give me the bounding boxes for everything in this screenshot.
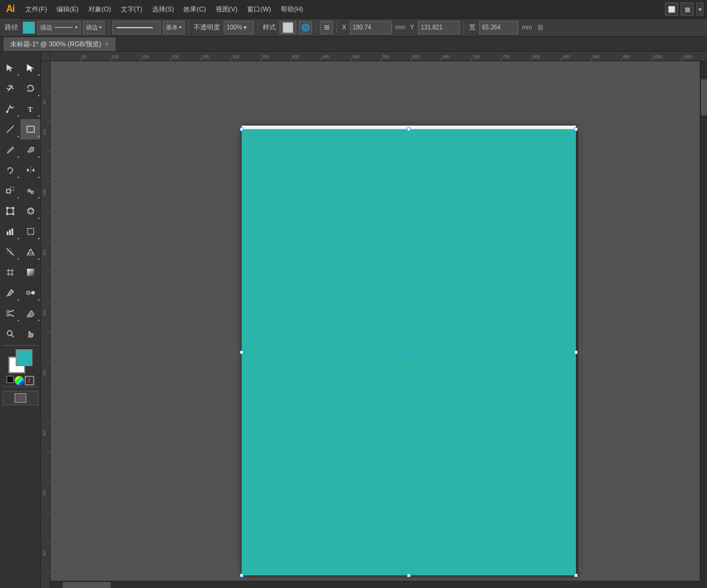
zoom-tool[interactable] — [0, 323, 20, 344]
align-btn[interactable]: ⊞ — [320, 21, 333, 34]
svg-text:500: 500 — [43, 369, 46, 376]
handle-top-right[interactable] — [574, 127, 578, 131]
default-colors-btn[interactable] — [7, 376, 14, 383]
line-preview[interactable] — [112, 21, 161, 34]
workspace-arrow[interactable]: ▾ — [696, 2, 703, 16]
x-value[interactable]: 180.74 — [350, 21, 392, 34]
tab-close-btn[interactable]: × — [105, 41, 109, 47]
scissors-tool[interactable]: ▾ — [0, 303, 20, 323]
line-tool[interactable]: ▾ — [0, 119, 20, 139]
reflect-tool[interactable]: ▾ — [20, 160, 41, 180]
eyedropper-tool[interactable]: ▾ — [0, 283, 20, 303]
scrollbar-v-thumb[interactable] — [701, 79, 707, 115]
fill-swatch[interactable] — [23, 22, 35, 34]
ruler-corner — [41, 52, 50, 61]
menu-text[interactable]: 文字(T) — [116, 0, 147, 18]
width-value[interactable]: 65.264 — [479, 21, 518, 34]
document-tab[interactable]: 未标题-1* @ 300% (RGB/预览) × — [4, 37, 115, 51]
svg-point-19 — [6, 207, 8, 209]
handle-top-middle[interactable] — [407, 127, 411, 131]
hand-tool[interactable] — [20, 323, 41, 344]
scrollbar-vertical[interactable] — [700, 61, 707, 581]
eraser-tool[interactable]: ▾ — [20, 139, 41, 160]
stroke-width-dropdown[interactable]: 插边 ▾ — [83, 21, 105, 34]
direct-selection-tool[interactable]: ▾ — [20, 58, 41, 78]
svg-text:200: 200 — [43, 189, 46, 195]
stroke-dropdown[interactable]: 描边 ▾ — [37, 21, 81, 34]
ruler-h-svg: 50 100 150 200 250 300 350 400 450 500 5… — [50, 52, 707, 61]
svg-rect-30 — [9, 230, 11, 235]
svg-rect-31 — [11, 228, 13, 235]
symbol-sprayer-tool[interactable]: ▾ — [20, 201, 41, 221]
artboard-rectangle[interactable] — [242, 129, 576, 575]
svg-rect-58 — [50, 52, 707, 61]
fill-color-swatch[interactable] — [16, 349, 32, 366]
canvas-area[interactable]: 50 100 150 200 250 300 350 400 450 500 5… — [41, 52, 707, 588]
svg-text:T: T — [28, 105, 33, 114]
menu-edit[interactable]: 编辑(E) — [52, 0, 84, 18]
change-screen-mode-btn[interactable] — [2, 391, 38, 405]
scrollbar-h-thumb[interactable] — [63, 582, 111, 588]
tool-row-11 — [0, 262, 41, 283]
selection-tool[interactable]: ▾ — [0, 58, 20, 78]
gradient-tool[interactable] — [20, 262, 41, 283]
lasso-tool[interactable]: ▾ — [20, 78, 41, 99]
menu-file[interactable]: 文件(F) — [20, 0, 52, 18]
canvas-content[interactable] — [50, 61, 707, 588]
handle-top-left[interactable] — [240, 127, 243, 131]
color-swatches[interactable] — [8, 349, 32, 373]
menu-select[interactable]: 选择(S) — [147, 0, 179, 18]
none-btn[interactable]: / — [25, 376, 34, 385]
svg-text:100: 100 — [43, 129, 46, 135]
svg-point-24 — [28, 209, 29, 210]
svg-text:800: 800 — [43, 550, 46, 556]
warp-tool[interactable]: ▾ — [20, 180, 41, 201]
handle-right-middle[interactable] — [574, 351, 578, 354]
free-transform-tool[interactable] — [0, 201, 20, 221]
hand-eraser-tool[interactable]: ▾ — [20, 303, 41, 323]
perspective-grid-tool[interactable]: ▾ — [20, 242, 41, 262]
opacity-input[interactable]: 100% ▾ — [224, 21, 254, 34]
line-type-dropdown[interactable]: 基本 ▾ — [163, 21, 185, 34]
svg-text:950: 950 — [623, 55, 630, 59]
menu-object[interactable]: 对象(O) — [84, 0, 116, 18]
svg-text:600: 600 — [43, 429, 46, 436]
pen-tool[interactable]: ▾ — [0, 99, 20, 119]
bridge-btn[interactable]: ⬜ — [665, 2, 678, 16]
menu-view[interactable]: 视图(V) — [211, 0, 243, 18]
menu-help[interactable]: 帮助(H) — [276, 0, 308, 18]
rotate-tool[interactable]: ▾ — [0, 160, 20, 180]
globe-btn[interactable]: 🌐 — [299, 21, 312, 34]
handle-bottom-left[interactable] — [240, 574, 243, 577]
artboard-tool[interactable]: ▾ — [20, 221, 41, 242]
workspace-btn[interactable]: ▦ — [681, 2, 694, 16]
handle-left-middle[interactable] — [240, 351, 243, 354]
scrollbar-horizontal[interactable] — [50, 581, 700, 588]
pencil-tool[interactable]: ▾ — [0, 139, 20, 160]
menu-effect[interactable]: 效果(C) — [179, 0, 210, 18]
tool-row-6: ▾ ▾ — [0, 160, 41, 180]
blend-tool[interactable]: ▾ — [20, 283, 41, 303]
swap-colors-btn[interactable] — [14, 376, 24, 385]
slice-tool[interactable]: ▾ — [0, 242, 20, 262]
svg-point-49 — [7, 310, 9, 313]
svg-rect-16 — [7, 189, 10, 193]
tool-row-10: ▾ ▾ — [0, 242, 41, 262]
magic-wand-tool[interactable] — [0, 78, 20, 99]
scale-tool[interactable]: ▾ — [0, 180, 20, 201]
y-label: Y — [409, 24, 415, 31]
y-value[interactable]: 131.821 — [418, 21, 460, 34]
tool-row-8: ▾ — [0, 201, 41, 221]
menu-window[interactable]: 窗口(W) — [242, 0, 276, 18]
width-label: 宽 — [468, 23, 477, 32]
rectangle-tool[interactable]: ▾ — [20, 119, 41, 139]
scrollbar-corner — [700, 581, 707, 588]
svg-rect-29 — [7, 231, 8, 235]
handle-bottom-right[interactable] — [574, 574, 578, 577]
column-graph-tool[interactable]: ▾ — [0, 221, 20, 242]
handle-bottom-middle[interactable] — [407, 574, 411, 577]
style-box[interactable] — [280, 21, 296, 34]
opacity-label: 不透明度 — [192, 23, 221, 32]
type-tool[interactable]: T ▾ — [20, 99, 41, 119]
mesh-tool[interactable] — [0, 262, 20, 283]
